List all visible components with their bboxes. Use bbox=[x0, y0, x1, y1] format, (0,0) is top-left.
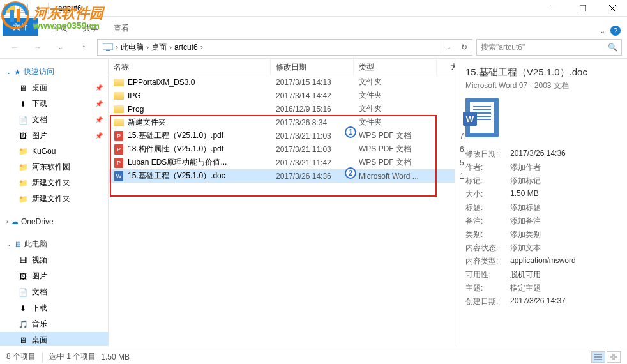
tab-share[interactable]: 共享 bbox=[80, 22, 101, 35]
star-icon: ★ bbox=[14, 68, 21, 77]
item-icon: ⬇ bbox=[18, 99, 28, 109]
file-tab[interactable]: 文件 bbox=[3, 18, 38, 36]
help-icon[interactable]: ? bbox=[610, 26, 621, 36]
search-input[interactable]: 搜索"artcut6" 🔍 bbox=[476, 39, 622, 56]
sidebar-item[interactable]: 📁KuGou bbox=[0, 144, 108, 159]
col-date[interactable]: 修改日期 bbox=[271, 59, 354, 75]
pdf-icon bbox=[114, 131, 124, 141]
svg-rect-13 bbox=[103, 43, 113, 50]
item-icon: 🖥 bbox=[18, 335, 28, 345]
recent-dropdown[interactable]: ⌄ bbox=[51, 38, 70, 56]
sidebar-item[interactable]: 🎞视频 bbox=[0, 252, 108, 268]
up-button[interactable]: ↑ bbox=[74, 38, 93, 56]
item-icon: 📁 bbox=[18, 178, 28, 188]
qat-dropdown-icon[interactable]: ▾ bbox=[32, 3, 43, 14]
preview-thumbnail: W bbox=[465, 98, 499, 137]
sidebar-item[interactable]: 📄文档 bbox=[0, 284, 108, 300]
status-size: 1.50 MB bbox=[101, 353, 130, 361]
pdf-icon bbox=[114, 144, 124, 155]
sidebar-item[interactable]: 🖼图片 bbox=[0, 268, 108, 284]
folder-icon bbox=[114, 118, 124, 128]
item-icon: 📁 bbox=[18, 146, 28, 156]
status-item-count: 8 个项目 bbox=[6, 351, 36, 362]
status-selected: 选中 1 个项目 bbox=[49, 351, 96, 362]
cloud-icon: ☁ bbox=[11, 217, 19, 226]
file-row[interactable]: Prog 2016/12/9 15:16 文件夹 bbox=[109, 102, 455, 116]
meta-row: 主题:指定主题 bbox=[465, 282, 617, 295]
crumb-folder[interactable]: artcut6 bbox=[172, 43, 200, 52]
preview-subtitle: Microsoft Word 97 - 2003 文档 bbox=[465, 80, 617, 91]
sidebar-item[interactable]: 🖥桌面📌 bbox=[0, 80, 108, 96]
item-icon: 📁 bbox=[18, 162, 28, 172]
tab-view[interactable]: 查看 bbox=[111, 22, 132, 35]
meta-row: 备注:添加备注 bbox=[465, 215, 617, 228]
breadcrumb[interactable]: › 此电脑 › 桌面 › artcut6 › ⌄ ↻ bbox=[97, 39, 472, 56]
navigation-pane[interactable]: ⌄ ★ 快速访问 🖥桌面📌⬇下载📌📄文档📌🖼图片📌📁KuGou📁河东软件园📁新建… bbox=[0, 59, 109, 346]
chevron-icon: › bbox=[6, 218, 8, 225]
refresh-button[interactable]: ↻ bbox=[457, 43, 472, 52]
ribbon-expand-icon[interactable]: ⌄ bbox=[600, 27, 605, 35]
pin-icon: 📌 bbox=[95, 116, 103, 123]
preview-title: 15.基础工程（V25.1.0）.doc bbox=[465, 66, 617, 79]
chevron-icon: ⌄ bbox=[6, 241, 11, 248]
icons-view-button[interactable] bbox=[607, 351, 621, 363]
sidebar-item[interactable]: ⬇下载📌 bbox=[0, 96, 108, 112]
file-row[interactable]: 新建文件夹 2017/3/26 8:34 文件夹 bbox=[109, 116, 455, 129]
sidebar-item[interactable]: 🎵音乐 bbox=[0, 316, 108, 332]
folder-icon bbox=[4, 3, 15, 14]
file-row[interactable]: EPPortalXM_DS3.0 2017/3/15 14:13 文件夹 bbox=[109, 75, 455, 89]
minimize-button[interactable] bbox=[539, 0, 568, 17]
back-button[interactable]: ← bbox=[5, 38, 24, 56]
crumb-pc[interactable]: 此电脑 bbox=[118, 42, 146, 53]
crumb-desktop[interactable]: 桌面 bbox=[149, 42, 169, 53]
sidebar-item[interactable]: 🖼图片📌 bbox=[0, 128, 108, 144]
folder-icon bbox=[114, 104, 124, 114]
sidebar-item[interactable]: 📁新建文件夹 bbox=[0, 175, 108, 191]
pin-icon: 📌 bbox=[95, 84, 103, 91]
properties-icon[interactable] bbox=[18, 3, 29, 14]
onedrive-header[interactable]: › ☁ OneDrive bbox=[0, 215, 108, 229]
quick-access-header[interactable]: ⌄ ★ 快速访问 bbox=[0, 64, 108, 80]
forward-button[interactable]: → bbox=[28, 38, 47, 56]
tab-home[interactable]: 主页 bbox=[50, 22, 70, 35]
col-type[interactable]: 类型 bbox=[354, 59, 437, 75]
sidebar-item[interactable]: 📄文档📌 bbox=[0, 112, 108, 128]
sidebar-item[interactable]: 📁河东软件园 bbox=[0, 159, 108, 175]
details-view-button[interactable] bbox=[591, 351, 605, 363]
meta-row: 类别:添加类别 bbox=[465, 228, 617, 241]
meta-row: 修改日期:2017/3/26 14:36 bbox=[465, 148, 617, 161]
item-icon: 🎵 bbox=[18, 319, 28, 330]
meta-row: 创建日期:2017/3/26 14:37 bbox=[465, 295, 617, 308]
item-icon: 📄 bbox=[18, 115, 28, 125]
svg-rect-4 bbox=[4, 4, 10, 6]
item-icon: 📁 bbox=[18, 194, 28, 204]
meta-row: 内容状态:添加文本 bbox=[465, 241, 617, 255]
item-icon: 🖼 bbox=[18, 131, 28, 141]
item-icon: 🖥 bbox=[18, 83, 28, 93]
column-headers[interactable]: 名称 修改日期 类型 大小 bbox=[109, 59, 455, 75]
search-icon[interactable]: 🔍 bbox=[608, 43, 617, 52]
history-dropdown-icon[interactable]: ⌄ bbox=[441, 44, 457, 50]
thispc-header[interactable]: ⌄ 🖥 此电脑 bbox=[0, 236, 108, 252]
svg-rect-20 bbox=[610, 358, 613, 360]
maximize-button[interactable] bbox=[568, 0, 598, 17]
folder-icon bbox=[114, 77, 124, 87]
chevron-icon: ⌄ bbox=[6, 69, 11, 75]
col-name[interactable]: 名称 bbox=[109, 59, 271, 75]
file-list[interactable]: 名称 修改日期 类型 大小 1 2 EPPortalXM_DS3.0 2017/… bbox=[109, 59, 455, 346]
file-row[interactable]: 15.基础工程（V25.1.0）.doc 2017/3/26 14:36 Mic… bbox=[109, 169, 455, 183]
svg-rect-10 bbox=[580, 5, 586, 11]
meta-row: 标题:添加标题 bbox=[465, 201, 617, 215]
ribbon: 文件 主页 共享 查看 ⌄ ? bbox=[0, 17, 627, 36]
file-row[interactable]: Luban EDS原理功能与价值... 2017/3/21 11:42 WPS … bbox=[109, 156, 455, 169]
close-button[interactable] bbox=[598, 0, 627, 17]
sidebar-item[interactable]: 🖥桌面 bbox=[0, 332, 108, 346]
title-bar: ▾ artcut6 bbox=[0, 0, 627, 17]
file-row[interactable]: 15.基础工程（V25.1.0）.pdf 2017/3/21 11:03 WPS… bbox=[109, 129, 455, 142]
sidebar-item[interactable]: 📁新建文件夹 bbox=[0, 191, 108, 207]
sidebar-item[interactable]: ⬇下载 bbox=[0, 300, 108, 316]
meta-row: 标记:添加标记 bbox=[465, 174, 617, 188]
file-row[interactable]: 18.构件属性（V25.1.0）.pdf 2017/3/21 11:03 WPS… bbox=[109, 142, 455, 156]
svg-rect-18 bbox=[610, 354, 613, 356]
file-row[interactable]: IPG 2017/3/14 14:42 文件夹 bbox=[109, 89, 455, 102]
